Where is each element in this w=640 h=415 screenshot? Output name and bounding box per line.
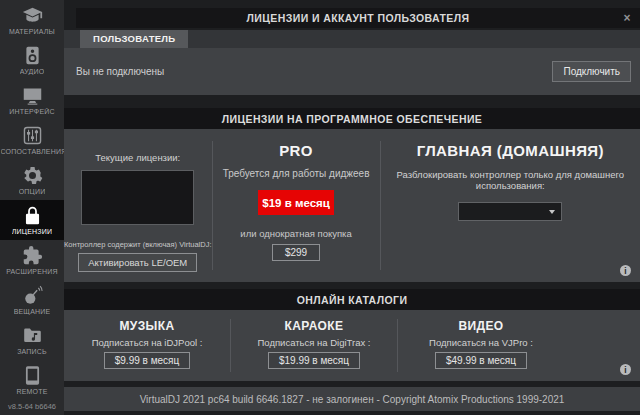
catalog-karaoke-subscribe-button[interactable]: $19.99 в месяц <box>268 352 360 369</box>
sidebar-item-label: ОПЦИИ <box>19 188 46 195</box>
sidebar-item-label: ЛИЦЕНЗИИ <box>12 228 52 235</box>
virtualdj-settings-window: МАТЕРИАЛЫ АУДИО ИНТЕРФЕЙС СОПОСТАВЛЕНИЯ … <box>0 0 640 415</box>
catalog-video-column: ВИДЕО Подписаться на VJPro : $49.99 в ме… <box>398 310 640 381</box>
tab-user[interactable]: ПОЛЬЗОВАТЕЛЬ <box>80 30 188 48</box>
main-content: ЛИЦЕНЗИИ И АККАУНТ ПОЛЬЗОВАТЕЛЯ × ПОЛЬЗО… <box>64 0 640 415</box>
sidebar-item-label: ВЕЩАНИЕ <box>14 308 51 315</box>
satellite-icon <box>22 285 43 306</box>
software-licenses-panel: Текущие лицензии: Контроллер содержит (в… <box>64 129 640 282</box>
sidebar-item-extensions[interactable]: РАСШИРЕНИЯ <box>0 240 64 280</box>
sidebar-item-label: ИНТЕРФЕЙС <box>9 108 55 115</box>
section-gap <box>64 95 640 108</box>
page-title-bar: ЛИЦЕНЗИИ И АККАУНТ ПОЛЬЗОВАТЕЛЯ × <box>76 8 640 28</box>
pro-onetime-button[interactable]: $299 <box>272 244 320 261</box>
home-subtitle: Разблокировать контроллер только для дом… <box>381 169 640 191</box>
lock-icon <box>22 205 43 226</box>
home-license-column: ГЛАВНАЯ (ДОМАШНЯЯ) Разблокировать контро… <box>381 129 640 282</box>
sidebar-item-label: СОПОСТАВЛЕНИЯ <box>1 148 64 155</box>
folder-music-icon <box>22 325 43 346</box>
pro-subtitle: Требуется для работы диджеев <box>223 168 370 179</box>
chevron-down-icon <box>549 210 555 214</box>
sidebar-item-label: ЗАПИСЬ <box>17 348 47 355</box>
catalog-title: МУЗЫКА <box>119 319 174 333</box>
pro-title: PRO <box>279 142 313 159</box>
current-licenses-label: Текущие лицензии: <box>95 152 180 163</box>
tablet-icon <box>22 365 43 386</box>
controller-note: Контроллер содержит (включая) VirtualDJ: <box>64 240 212 249</box>
sidebar-item-materials[interactable]: МАТЕРИАЛЫ <box>0 0 64 40</box>
monitor-icon <box>22 85 43 106</box>
gear-icon <box>22 165 43 186</box>
current-licenses-list <box>81 170 194 225</box>
sidebar-item-remote[interactable]: REMOTE <box>0 360 64 400</box>
sliders-icon <box>22 125 43 146</box>
catalog-subtitle: Подписаться на VJPro : <box>429 337 533 348</box>
close-icon[interactable]: × <box>624 11 631 25</box>
pro-or-text: или однократная покупка <box>240 228 351 239</box>
catalog-subtitle: Подписаться на DigiTrax : <box>257 337 370 348</box>
puzzle-icon <box>22 245 43 266</box>
pro-license-column: PRO Требуется для работы диджеев $19 в м… <box>213 129 380 282</box>
catalog-subtitle: Подписаться на iDJPool : <box>92 337 203 348</box>
section-gap <box>64 282 640 289</box>
catalog-video-subscribe-button[interactable]: $49.99 в месяц <box>435 352 527 369</box>
sidebar-item-interface[interactable]: ИНТЕРФЕЙС <box>0 80 64 120</box>
catalogs-info-icon[interactable]: i <box>620 364 631 375</box>
sidebar-item-label: REMOTE <box>16 388 47 395</box>
sidebar-item-audio[interactable]: АУДИО <box>0 40 64 80</box>
activate-le-oem-button[interactable]: Активировать LE/OEM <box>78 253 197 272</box>
build-footer: VirtualDJ 2021 pc64 build 6646.1827 - не… <box>64 387 640 411</box>
settings-sidebar: МАТЕРИАЛЫ АУДИО ИНТЕРФЕЙС СОПОСТАВЛЕНИЯ … <box>0 0 64 415</box>
app-version: v8.5-64 b6646 <box>0 400 64 415</box>
sidebar-item-label: РАСШИРЕНИЯ <box>6 268 58 275</box>
sidebar-item-label: МАТЕРИАЛЫ <box>9 28 55 35</box>
catalog-music-subscribe-button[interactable]: $9.99 в месяц <box>104 352 190 369</box>
connect-button[interactable]: Подключить <box>552 61 631 82</box>
connection-status: Вы не подключены <box>76 66 164 77</box>
speaker-icon <box>22 45 43 66</box>
online-catalogs-header: ОНЛАЙН КАТАЛОГИ <box>64 289 640 310</box>
sidebar-item-broadcast[interactable]: ВЕЩАНИЕ <box>0 280 64 320</box>
pro-monthly-button[interactable]: $19 в месяц <box>258 190 334 215</box>
sidebar-item-mappings[interactable]: СОПОСТАВЛЕНИЯ <box>0 120 64 160</box>
licenses-info-icon[interactable]: i <box>620 265 631 276</box>
user-tabstrip: ПОЛЬЗОВАТЕЛЬ <box>64 30 640 48</box>
catalog-karaoke-column: КАРАОКЕ Подписаться на DigiTrax : $19.99… <box>231 310 397 381</box>
page-title: ЛИЦЕНЗИИ И АККАУНТ ПОЛЬЗОВАТЕЛЯ <box>247 12 470 24</box>
home-controller-select[interactable] <box>458 202 562 221</box>
graduation-cap-icon <box>22 5 43 26</box>
home-title: ГЛАВНАЯ (ДОМАШНЯЯ) <box>417 142 604 159</box>
software-licenses-header: ЛИЦЕНЗИИ НА ПРОГРАММНОЕ ОБЕСПЕЧЕНИЕ <box>64 108 640 129</box>
catalog-title: ВИДЕО <box>458 319 503 333</box>
catalog-title: КАРАОКЕ <box>285 319 344 333</box>
sidebar-item-label: АУДИО <box>20 68 45 75</box>
online-catalogs-panel: МУЗЫКА Подписаться на iDJPool : $9.99 в … <box>64 310 640 381</box>
user-panel: Вы не подключены Подключить <box>64 48 640 95</box>
sidebar-item-options[interactable]: ОПЦИИ <box>0 160 64 200</box>
sidebar-item-licenses[interactable]: ЛИЦЕНЗИИ <box>0 200 64 240</box>
current-licenses-column: Текущие лицензии: Контроллер содержит (в… <box>64 129 212 282</box>
catalog-music-column: МУЗЫКА Подписаться на iDJPool : $9.99 в … <box>64 310 230 381</box>
sidebar-item-record[interactable]: ЗАПИСЬ <box>0 320 64 360</box>
